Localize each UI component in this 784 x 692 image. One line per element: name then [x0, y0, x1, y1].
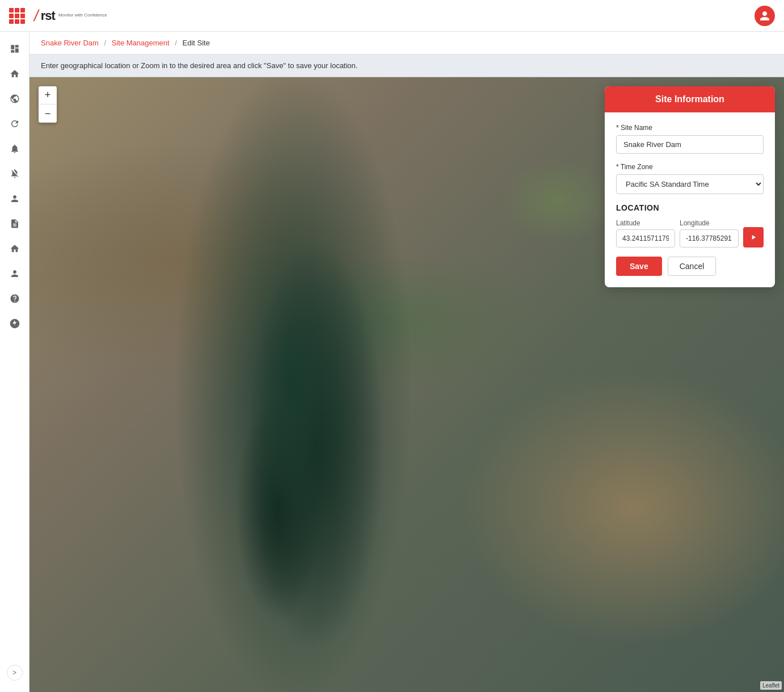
sidebar: > — [0, 32, 29, 692]
content-area: Snake River Dam / Site Management / Edit… — [29, 32, 784, 692]
sidebar-item-globe[interactable] — [5, 89, 25, 109]
breadcrumb-site-link[interactable]: Snake River Dam — [41, 39, 99, 47]
action-buttons: Save Cancel — [616, 257, 764, 276]
map-zoom-controls: + − — [39, 86, 57, 123]
sidebar-item-reports[interactable] — [5, 213, 25, 234]
logo-tagline: Monitor with Confidence — [58, 12, 107, 18]
logo-letters: rst — [41, 9, 55, 23]
zoom-out-button[interactable]: − — [39, 104, 57, 123]
site-information-panel: Site Information * Site Name — [605, 86, 775, 287]
sidebar-expand-button[interactable]: > — [7, 665, 23, 681]
breadcrumb: Snake River Dam / Site Management / Edit… — [29, 32, 784, 54]
sidebar-item-alerts[interactable] — [5, 163, 25, 184]
instruction-text: Enter geographical location or Zoom in t… — [41, 61, 357, 70]
timezone-label: * Time Zone — [616, 163, 764, 171]
go-to-location-button[interactable] — [743, 227, 764, 248]
timezone-select[interactable]: Pacific SA Standard Time Pacific Standar… — [616, 174, 764, 194]
sidebar-item-users[interactable] — [5, 188, 25, 209]
sidebar-item-home[interactable] — [5, 64, 25, 84]
sidebar-item-dashboard[interactable] — [5, 39, 25, 59]
logo-slash: / — [32, 7, 40, 25]
site-name-field-group: * Site Name — [616, 124, 764, 154]
instruction-bar: Enter geographical location or Zoom in t… — [29, 54, 784, 77]
location-fields: Latitude Longitude — [616, 219, 764, 248]
sidebar-item-sites[interactable] — [5, 238, 25, 259]
location-title: LOCATION — [616, 203, 764, 212]
longitude-field: Longitude — [680, 219, 739, 248]
top-navigation: / rst Monitor with Confidence — [0, 0, 784, 32]
latitude-field: Latitude — [616, 219, 675, 248]
cancel-button[interactable]: Cancel — [668, 257, 716, 276]
map-attribution: Leaflet — [760, 681, 782, 690]
breadcrumb-section-link[interactable]: Site Management — [112, 39, 170, 47]
save-button[interactable]: Save — [616, 257, 662, 276]
logo: / rst Monitor with Confidence — [34, 7, 107, 25]
panel-title: Site Information — [655, 94, 724, 104]
zoom-in-button[interactable]: + — [39, 86, 57, 104]
breadcrumb-current: Edit Site — [183, 39, 210, 47]
site-name-label: * Site Name — [616, 124, 764, 132]
user-avatar[interactable] — [755, 6, 775, 26]
panel-header: Site Information — [605, 86, 775, 112]
apps-icon[interactable] — [9, 8, 25, 24]
latitude-label: Latitude — [616, 219, 675, 227]
sidebar-item-refresh[interactable] — [5, 114, 25, 134]
map-container[interactable]: + − Leaflet Site Information * Site Name — [29, 77, 784, 692]
longitude-input[interactable] — [680, 229, 739, 248]
site-name-input[interactable] — [616, 135, 764, 154]
breadcrumb-sep-2: / — [175, 39, 177, 47]
sidebar-item-support[interactable] — [5, 313, 25, 334]
breadcrumb-sep-1: / — [104, 39, 107, 47]
timezone-field-group: * Time Zone Pacific SA Standard Time Pac… — [616, 163, 764, 194]
sidebar-item-account[interactable] — [5, 263, 25, 284]
location-section: LOCATION Latitude Longitude — [616, 203, 764, 248]
sidebar-item-notifications[interactable] — [5, 139, 25, 159]
latitude-input[interactable] — [616, 229, 675, 248]
longitude-label: Longitude — [680, 219, 739, 227]
sidebar-item-help[interactable] — [5, 288, 25, 309]
map-background: + − Leaflet Site Information * Site Name — [29, 77, 784, 692]
panel-body: * Site Name * Time Zone Pacific SA Stand… — [605, 112, 775, 287]
main-layout: > Snake River Dam / Site Management / Ed… — [0, 32, 784, 692]
